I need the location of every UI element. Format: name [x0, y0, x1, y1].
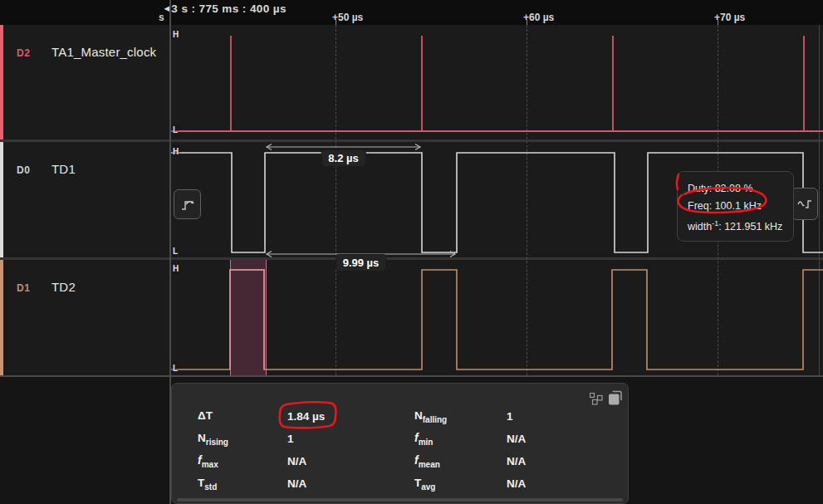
- channel-color-bar: [0, 260, 3, 375]
- channel-id-label[interactable]: D2: [17, 47, 30, 59]
- channel-name-label[interactable]: TD2: [51, 280, 76, 294]
- low-level-label: L: [173, 364, 178, 373]
- channel-name-label[interactable]: TA1_Master_clock: [51, 45, 156, 59]
- undo-edge-button[interactable]: [174, 189, 201, 219]
- copy-icon[interactable]: [608, 390, 623, 406]
- measure-row-f-max: fmax N/A: [198, 450, 325, 472]
- timeline-tick-label: +50 µs: [332, 12, 363, 23]
- low-level-label: L: [173, 247, 178, 256]
- channel-color-bar: [0, 25, 3, 139]
- measurement-selection-region[interactable]: [230, 260, 267, 375]
- measurements-panel: ΔT 1.84 µs Nrising 1 fmax N/A Tstd N/A N…: [171, 383, 629, 504]
- timeline-tick-label: +60 µs: [523, 12, 554, 23]
- timeline-clipped-tick-label: s: [159, 12, 164, 23]
- edge-undo-icon: [179, 197, 196, 212]
- tooltip-freq: Freq: 100.1 kHz: [688, 198, 783, 215]
- measure-row-n-rising: Nrising 1: [198, 428, 325, 450]
- measure-row-t-avg: Tavg N/A: [414, 472, 526, 495]
- wave-to-square-icon: [796, 198, 813, 211]
- timeline-tick-mark: [336, 19, 336, 25]
- time-gridline: [527, 25, 527, 375]
- measure-row-f-min: fmin N/A: [414, 428, 526, 450]
- timeline-tick-label: +70 µs: [714, 12, 745, 23]
- measure-row-n-falling: Nfalling 1: [414, 405, 526, 428]
- timeline-bar[interactable]: ◀3 s : 775 ms : 400 µs s +50 µs+60 µs+70…: [0, 0, 823, 26]
- analog-digital-toggle-button[interactable]: [791, 188, 818, 220]
- viewport-edge-line: [819, 25, 820, 375]
- high-level-label: H: [173, 264, 179, 273]
- measure-row-t-std: Tstd N/A: [198, 472, 325, 495]
- channel-name-label[interactable]: TD1: [51, 162, 76, 176]
- channel-id-label[interactable]: D1: [17, 282, 30, 294]
- tooltip-width-inverse: width-1: 121.951 kHz: [688, 215, 783, 236]
- timeline-tick-mark: [718, 19, 718, 25]
- layout-grid-icon[interactable]: [590, 393, 604, 407]
- channel-separator: [0, 257, 823, 260]
- width-measurement-label[interactable]: 8.2 µs: [321, 150, 365, 166]
- low-level-label: L: [173, 125, 178, 135]
- channel-separator: [0, 139, 823, 142]
- channel-color-bar: [0, 142, 3, 257]
- logic-analyzer-app: ◀3 s : 775 ms : 400 µs s +50 µs+60 µs+70…: [0, 0, 823, 504]
- time-gridline: [336, 25, 336, 375]
- channel-id-label[interactable]: D0: [17, 164, 30, 176]
- measure-row-delta-t: ΔT 1.84 µs: [198, 405, 325, 428]
- high-level-label: H: [173, 30, 179, 39]
- measure-row-f-mean: fmean N/A: [414, 450, 526, 472]
- panel-scrollbar[interactable]: [177, 498, 623, 502]
- timeline-position-label: ◀3 s : 775 ms : 400 µs: [164, 2, 287, 15]
- pulse-measurement-tooltip: Duty: 82.08 % Freq: 100.1 kHz width-1: 1…: [677, 171, 794, 242]
- high-level-label: H: [173, 147, 179, 156]
- timeline-tick-mark: [527, 19, 527, 25]
- tooltip-duty: Duty: 82.08 %: [688, 180, 783, 198]
- period-measurement-label[interactable]: 9.99 µs: [336, 255, 386, 271]
